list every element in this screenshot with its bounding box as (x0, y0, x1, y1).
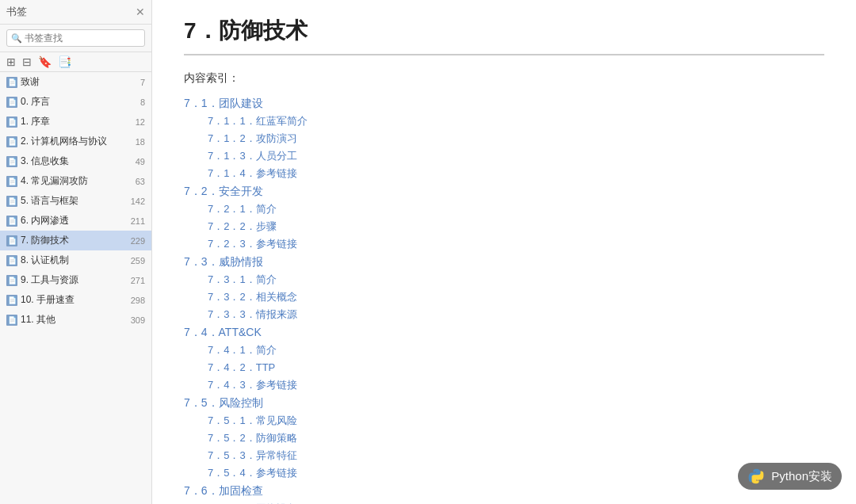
toc-link-7.5[interactable]: 7．5．风险控制 (184, 396, 263, 409)
page-icon: 📄 (6, 196, 17, 207)
sidebar-item-other[interactable]: 📄 11. 其他 309 (0, 310, 151, 330)
sidebar-item-count: 12 (136, 117, 145, 127)
page-icon: 📄 (6, 156, 17, 167)
toc-list: 7．1．团队建设7．1．1．红蓝军简介7．1．2．攻防演习7．1．3．人员分工7… (184, 97, 824, 504)
toc-subitem-7.4.1: 7．4．1．简介 (208, 343, 824, 357)
page-icon: 📄 (6, 216, 17, 227)
page-icon: 📄 (6, 275, 17, 286)
sidebar-item-count: 211 (131, 216, 145, 226)
sidebar-item-label: 11. 其他 (21, 313, 128, 326)
toc-subitem-7.3.1: 7．3．1．简介 (208, 273, 824, 287)
main-content: 7．防御技术 内容索引： 7．1．团队建设7．1．1．红蓝军简介7．1．2．攻防… (152, 0, 856, 504)
bookmark-icon[interactable]: 🔖 (38, 55, 52, 68)
sidebar-item-count: 18 (136, 137, 145, 147)
sidebar-item-lang[interactable]: 📄 5. 语言与框架 142 (0, 191, 151, 211)
toc-subitem-7.3.2: 7．3．2．相关概念 (208, 290, 824, 304)
toc-link-7.1.4[interactable]: 7．1．4．参考链接 (208, 167, 297, 179)
close-icon[interactable]: ✕ (136, 6, 145, 18)
toc-link-7.2.3[interactable]: 7．2．3．参考链接 (208, 238, 297, 250)
page-icon: 📄 (6, 116, 17, 128)
toc-link-7.5.4[interactable]: 7．5．4．参考链接 (208, 467, 297, 479)
sidebar-item-label: 5. 语言与框架 (21, 194, 128, 208)
sidebar-item-label: 4. 常见漏洞攻防 (21, 174, 132, 188)
search-input[interactable] (6, 29, 145, 47)
sidebar-item-networks[interactable]: 📄 2. 计算机网络与协议 18 (0, 132, 151, 151)
search-icon: 🔍 (11, 33, 22, 44)
sidebar-item-count: 271 (131, 276, 145, 285)
toc-link-7.5.2[interactable]: 7．5．2．防御策略 (208, 432, 297, 444)
page-title: 7．防御技术 (184, 16, 824, 55)
sidebar-item-preface1[interactable]: 📄 1. 序章 12 (0, 112, 151, 132)
nav-list: 📄 致谢 7 📄 0. 序言 8 📄 1. 序章 12 📄 2. 计算机网络与协… (0, 72, 151, 504)
python-logo-icon (747, 468, 765, 485)
toc-subitem-7.5.2: 7．5．2．防御策略 (208, 431, 824, 445)
toc-subitem-7.5.1: 7．5．1．常见风险 (208, 414, 824, 428)
sidebar-item-defense[interactable]: 📄 7. 防御技术 229 (0, 231, 151, 250)
page-icon: 📄 (6, 255, 17, 266)
toc-subitem-7.1.3: 7．1．3．人员分工 (208, 149, 824, 163)
toc-link-7.1.3[interactable]: 7．1．3．人员分工 (208, 150, 297, 162)
sidebar-item-intranet[interactable]: 📄 6. 内网渗透 211 (0, 211, 151, 231)
toc-subitem-7.4.2: 7．4．2．TTP (208, 361, 824, 375)
toc-subitem-7.3.3: 7．3．3．情报来源 (208, 307, 824, 322)
sidebar-item-auth[interactable]: 📄 8. 认证机制 259 (0, 250, 151, 270)
sidebar-item-label: 6. 内网渗透 (21, 214, 128, 227)
sidebar-item-info[interactable]: 📄 3. 信息收集 49 (0, 151, 151, 171)
sidebar: 书签 ✕ 🔍 ⊞ ⊟ 🔖 📑 📄 致谢 7 📄 0. 序言 8 📄 1. 序章 … (0, 0, 152, 504)
toc-link-7.1.2[interactable]: 7．1．2．攻防演习 (208, 132, 297, 144)
page-icon: 📄 (6, 315, 17, 326)
toc-subitem-7.5.3: 7．5．3．异常特征 (208, 449, 824, 463)
toc-section-7.5: 7．5．风险控制7．5．1．常见风险7．5．2．防御策略7．5．3．异常特征7．… (184, 396, 824, 480)
page-icon: 📄 (6, 136, 17, 147)
sidebar-title: 书签 (6, 5, 27, 19)
toc-link-7.3[interactable]: 7．3．威胁情报 (184, 255, 263, 268)
toc-link-7.4.3[interactable]: 7．4．3．参考链接 (208, 379, 297, 391)
sidebar-item-count: 309 (131, 315, 145, 325)
page-icon: 📄 (6, 235, 17, 246)
sidebar-item-label: 1. 序章 (21, 115, 132, 128)
sidebar-item-count: 142 (131, 197, 145, 206)
sidebar-item-label: 10. 手册速查 (21, 293, 128, 307)
toc-link-7.2.1[interactable]: 7．2．1．简介 (208, 203, 277, 215)
toc-link-7.4.1[interactable]: 7．4．1．简介 (208, 344, 277, 356)
toc-link-7.2[interactable]: 7．2．安全开发 (184, 185, 263, 197)
sidebar-item-manual[interactable]: 📄 10. 手册速查 298 (0, 290, 151, 310)
sidebar-item-count: 298 (131, 296, 145, 305)
python-badge-label: Python安装 (771, 469, 832, 484)
sidebar-item-count: 63 (136, 177, 145, 186)
page-icon: 📄 (6, 97, 17, 108)
sidebar-item-label: 9. 工具与资源 (21, 273, 128, 287)
toc-link-7.3.1[interactable]: 7．3．1．简介 (208, 273, 277, 285)
sidebar-item-count: 259 (131, 256, 145, 265)
bookmark-add-icon[interactable]: 📑 (58, 55, 71, 68)
expand-all-icon[interactable]: ⊞ (6, 55, 16, 68)
toc-subitem-7.5.4: 7．5．4．参考链接 (208, 466, 824, 480)
toc-link-7.3.2[interactable]: 7．3．2．相关概念 (208, 291, 297, 303)
toc-link-7.1[interactable]: 7．1．团队建设 (184, 97, 263, 109)
toc-section-7.3: 7．3．威胁情报7．3．1．简介7．3．2．相关概念7．3．3．情报来源 (184, 255, 824, 322)
sidebar-item-tools[interactable]: 📄 9. 工具与资源 271 (0, 270, 151, 290)
sidebar-item-label: 8. 认证机制 (21, 254, 128, 267)
toc-link-7.3.3[interactable]: 7．3．3．情报来源 (208, 308, 297, 320)
sidebar-item-preface0[interactable]: 📄 0. 序言 8 (0, 92, 151, 112)
toc-link-7.5.3[interactable]: 7．5．3．异常特征 (208, 449, 297, 461)
sidebar-item-common[interactable]: 📄 4. 常见漏洞攻防 63 (0, 171, 151, 191)
toc-link-7.5.1[interactable]: 7．5．1．常见风险 (208, 414, 297, 426)
collapse-all-icon[interactable]: ⊟ (22, 55, 32, 68)
toc-subitem-7.1.4: 7．1．4．参考链接 (208, 166, 824, 181)
toc-link-7.1.1[interactable]: 7．1．1．红蓝军简介 (208, 115, 308, 127)
sidebar-item-thanks[interactable]: 📄 致谢 7 (0, 72, 151, 92)
toc-link-7.4.2[interactable]: 7．4．2．TTP (208, 361, 275, 373)
sidebar-item-count: 7 (140, 78, 145, 87)
toc-subitem-7.4.3: 7．4．3．参考链接 (208, 378, 824, 392)
toc-section-7.1: 7．1．团队建设7．1．1．红蓝军简介7．1．2．攻防演习7．1．3．人员分工7… (184, 97, 824, 181)
toc-link-7.2.2[interactable]: 7．2．2．步骤 (208, 220, 277, 232)
toc-subitem-7.1.1: 7．1．1．红蓝军简介 (208, 114, 824, 128)
toc-subitem-7.2.2: 7．2．2．步骤 (208, 220, 824, 234)
page-icon: 📄 (6, 77, 17, 88)
sidebar-header: 书签 ✕ (0, 0, 151, 25)
sidebar-item-label: 2. 计算机网络与协议 (21, 135, 132, 148)
toc-subitem-7.2.1: 7．2．1．简介 (208, 202, 824, 216)
toc-link-7.4[interactable]: 7．4．ATT&CK (184, 326, 262, 338)
toc-link-7.6[interactable]: 7．6．加固检查 (184, 484, 263, 497)
